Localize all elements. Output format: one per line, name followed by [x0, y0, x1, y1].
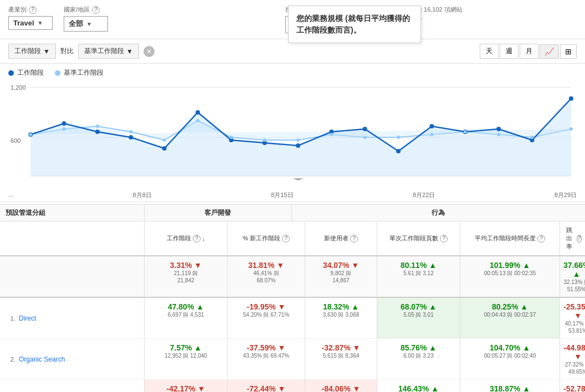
legend-bar: 工作階段 基準工作階段: [0, 64, 585, 82]
total-new-sessions: 31.81% ▼ 46.41% 與 68.07%: [227, 256, 305, 297]
col-header-new-sessions: % 新工作階段 ?: [227, 221, 305, 255]
col-header-pages-per-session: 單次工作階段頁數 ?: [377, 221, 460, 255]
table-section: 預設管道分組 客戶開發 行為 工作階段 ? ↓ % 新工作階段 ? 新使用者 ?…: [0, 204, 585, 392]
total-avg-duration: 101.99% ▲ 00:05:13 與 00:02:35: [460, 256, 560, 297]
x-label-0: ...: [8, 191, 13, 199]
country-info-icon[interactable]: ?: [92, 6, 100, 14]
x-label-4: 8月29日: [555, 191, 577, 199]
country-arrow-icon: ▼: [86, 21, 92, 27]
svg-point-11: [162, 146, 167, 151]
svg-point-27: [129, 130, 132, 133]
col0-info-icon[interactable]: ?: [193, 235, 201, 243]
x-label-1: 8月8日: [133, 191, 152, 199]
svg-point-34: [363, 136, 367, 139]
row1-bounce: -25.35% ▼ 40.17% 與 53.81%: [560, 298, 585, 338]
dot-chart-button[interactable]: ⊞: [560, 44, 577, 59]
col0-sort-icon: ↓: [202, 235, 206, 242]
svg-point-30: [229, 136, 233, 139]
col-header-avg-duration: 平均工作階段時間長度 ?: [460, 221, 560, 255]
segment-arrow-icon: ▼: [43, 48, 50, 55]
svg-point-39: [531, 136, 534, 139]
svg-point-9: [95, 130, 100, 134]
row2-num: 2.: [6, 356, 16, 363]
x-label-3: 8月22日: [413, 191, 435, 199]
legend-dot-1: [8, 70, 14, 76]
legend-label-2: 基準工作階段: [64, 68, 104, 78]
legend-dot-2: [55, 70, 60, 76]
svg-point-21: [496, 127, 501, 131]
totals-row: 3.31% ▼ 21,119 與 21,842 31.81% ▼ 46.41% …: [0, 256, 585, 298]
week-button[interactable]: 週: [500, 44, 519, 59]
row3-duration: 318.87% ▲ 00:07:32 與 00:01:48: [460, 380, 560, 392]
total-new-users: 34.07% ▼ 9,802 與 14,867: [305, 256, 377, 297]
row3-bounce: -52.78% ▼ 29.95% 與 63.43%: [560, 380, 585, 392]
baseline-button[interactable]: 基準工作階段 ▼: [78, 44, 139, 59]
row1-pages: 68.07% ▲ 5.05 與 3.01: [377, 298, 460, 338]
col3-info-icon[interactable]: ?: [440, 235, 448, 243]
row3-sessions: -42.17% ▼ 661 與 1,143: [144, 380, 227, 392]
section1-header: 客戶開發: [144, 205, 291, 221]
row1-duration: 80.25% ▲ 00:04:43 與 00:02:37: [460, 298, 560, 338]
row2-new-users: -32.87% ▼ 5,615 與 8,364: [305, 339, 377, 379]
total-sessions-arrow: ▼: [194, 261, 202, 270]
clear-button[interactable]: ✕: [143, 46, 155, 57]
col5-info-icon[interactable]: ?: [577, 235, 582, 243]
row-col-header: 預設管道分組: [0, 205, 144, 221]
line-chart-button[interactable]: 📈: [540, 44, 559, 59]
svg-point-25: [63, 127, 66, 131]
baseline-arrow-icon: ▼: [126, 48, 133, 55]
row2-sessions: 7.57% ▲ 12,952 與 12,040: [144, 339, 227, 379]
vs-text: 對比: [60, 47, 74, 56]
svg-point-28: [163, 138, 166, 142]
day-button[interactable]: 天: [480, 44, 499, 59]
col1-info-icon[interactable]: ?: [282, 235, 290, 243]
row2-bounce: -44.98% ▼ 27.32% 與 49.65%: [560, 339, 585, 379]
row1-name[interactable]: Direct: [19, 314, 36, 322]
row3-new-users: -84.06% ▼ 124 與 778: [305, 380, 377, 392]
segment-button[interactable]: 工作階段 ▼: [8, 44, 56, 59]
industry-value: Travel: [13, 19, 34, 27]
legend-item-1: 工作階段: [8, 68, 44, 78]
country-label: 國家/地區 ?: [64, 6, 108, 14]
svg-point-18: [396, 149, 401, 153]
svg-point-38: [497, 133, 500, 136]
svg-point-8: [62, 121, 66, 126]
top-bar: 產業別 ? Travel ▼ 國家/地區 ? 全部 ▼ 您的業務規模 (就每日平…: [0, 0, 585, 39]
segment-label: 工作階段: [14, 47, 41, 56]
baseline-label: 基準工作階段: [84, 47, 124, 56]
svg-point-36: [430, 133, 433, 136]
svg-text:600: 600: [11, 137, 20, 144]
country-label-text: 國家/地區: [64, 6, 90, 14]
industry-info-icon[interactable]: ?: [29, 6, 37, 14]
svg-point-29: [196, 119, 199, 122]
row2-name[interactable]: Organic Search: [19, 355, 65, 363]
col-header-sessions[interactable]: 工作階段 ? ↓: [144, 221, 227, 255]
month-button[interactable]: 月: [520, 44, 538, 59]
svg-text:1,200: 1,200: [11, 84, 26, 91]
svg-point-40: [569, 127, 573, 131]
table-row: 1. Direct 47.80% ▲ 6,697 與 4,531 -19.95%…: [0, 298, 585, 339]
row3-pages: 146.43% ▲ 5.97 與 2.42: [377, 380, 460, 392]
country-filter: 國家/地區 ? 全部 ▼: [64, 6, 108, 32]
svg-point-26: [96, 125, 99, 128]
row1-sessions: 47.80% ▲ 6,697 與 4,531: [144, 298, 227, 338]
svg-point-15: [296, 143, 300, 148]
svg-point-31: [263, 138, 266, 142]
industry-arrow-icon: ▼: [38, 20, 43, 26]
svg-point-10: [129, 135, 133, 140]
date-buttons: 天 週 月 📈 ⊞: [480, 44, 577, 59]
col4-info-icon[interactable]: ?: [537, 235, 545, 243]
svg-point-23: [569, 96, 573, 101]
industry-select[interactable]: Travel ▼: [8, 16, 53, 30]
chart-area: 1,200 600: [0, 82, 585, 189]
svg-point-37: [464, 130, 467, 133]
col-header-bounce-rate: 跳出率 ?: [560, 221, 585, 255]
svg-point-32: [296, 138, 300, 142]
chart-svg: 1,200 600: [8, 82, 577, 182]
country-value: 全部: [69, 19, 83, 29]
row3-new-sessions: -72.44% ▼ 18.76% 與 68.07%: [227, 380, 305, 392]
tooltip-bubble: 您的業務規模 (就每日平均獲得的工作階段數而言)。: [288, 6, 421, 43]
col2-info-icon[interactable]: ?: [350, 235, 358, 243]
x-axis: ... 8月8日 8月15日 8月22日 8月29日: [0, 189, 585, 202]
country-select[interactable]: 全部 ▼: [64, 16, 108, 32]
